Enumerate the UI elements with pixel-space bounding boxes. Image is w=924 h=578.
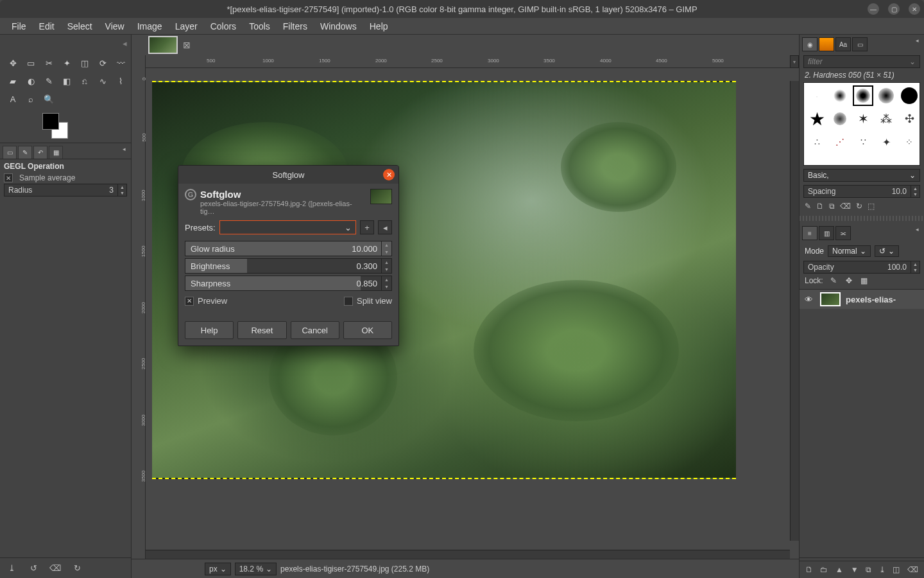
bucket-tool-icon[interactable]: ▰: [5, 73, 21, 89]
radius-spin-down[interactable]: ▼: [118, 190, 126, 196]
menu-image[interactable]: Image: [131, 19, 169, 34]
zoom-fit-icon[interactable]: ▾: [790, 55, 799, 68]
zoom-selector[interactable]: 18.2 %⌄: [235, 563, 277, 575]
fg-bg-swatch[interactable]: [42, 113, 68, 139]
lock-alpha-icon[interactable]: ▦: [859, 276, 869, 285]
glow-radius-down[interactable]: ▼: [382, 249, 391, 256]
duplicate-brush-icon[interactable]: ⧉: [829, 202, 835, 211]
text-tool-icon[interactable]: A: [5, 91, 21, 107]
fg-color-swatch[interactable]: [42, 113, 59, 130]
minimize-button[interactable]: —: [868, 3, 879, 15]
brush-grid[interactable]: · ★ ✶ ⁂ ✣ ∴ ⋰ ∵ ✦ ⁘: [803, 82, 920, 166]
refresh-brush-icon[interactable]: ↻: [856, 202, 862, 211]
preview-checkbox[interactable]: ✕: [185, 297, 194, 306]
lock-pixels-icon[interactable]: ✎: [828, 276, 839, 285]
spacing-input[interactable]: Spacing 10.0 ▲▼: [803, 185, 920, 198]
restore-tool-preset-icon[interactable]: ↺: [27, 563, 40, 573]
move-tool-icon[interactable]: ✥: [5, 55, 21, 71]
dock-divider[interactable]: [800, 216, 924, 221]
path-tool-icon[interactable]: ⌇: [113, 73, 128, 89]
maximize-button[interactable]: ▢: [888, 3, 900, 15]
new-layer-icon[interactable]: 🗋: [805, 565, 813, 574]
glow-radius-up[interactable]: ▲: [382, 241, 391, 249]
delete-layer-icon[interactable]: ⌫: [907, 565, 918, 574]
preset-add-button[interactable]: +: [360, 220, 374, 234]
brush-filter-input[interactable]: filter⌄: [803, 55, 920, 68]
layer-thumbnail[interactable]: [820, 292, 841, 306]
layer-row[interactable]: 👁 pexels-elias-: [800, 290, 924, 309]
history-tab[interactable]: ▭: [852, 37, 868, 51]
layer-visibility-icon[interactable]: 👁: [805, 295, 815, 304]
save-tool-preset-icon[interactable]: ⤓: [5, 563, 18, 573]
menu-filters[interactable]: Filters: [277, 19, 314, 34]
lock-position-icon[interactable]: ✥: [844, 276, 854, 285]
dock-tab-device[interactable]: ✎: [18, 146, 32, 159]
menu-select[interactable]: Select: [61, 19, 99, 34]
softglow-dialog[interactable]: Softglow ✕ G Softglow pexels-elias-tigis…: [178, 165, 399, 346]
reset-button[interactable]: Reset: [237, 321, 286, 339]
picker-tool-icon[interactable]: ⌕: [23, 91, 38, 107]
opacity-slider[interactable]: Opacity 100.0 ▲▼: [803, 261, 920, 274]
dock-menu-icon[interactable]: ◂: [119, 146, 128, 159]
menu-file[interactable]: File: [5, 19, 33, 34]
blend-mode-selector[interactable]: Normal⌄: [828, 245, 871, 257]
transform-tool-icon[interactable]: ⟳: [95, 55, 110, 71]
layer-list[interactable]: 👁 pexels-elias-: [800, 289, 924, 558]
menu-help[interactable]: Help: [363, 19, 395, 34]
presets-dropdown[interactable]: ⌄: [219, 220, 356, 234]
layer-up-icon[interactable]: ▲: [835, 565, 843, 574]
dialog-close-button[interactable]: ✕: [383, 169, 395, 180]
radius-input[interactable]: Radius 3 ▲▼: [4, 184, 127, 197]
menu-windows[interactable]: Windows: [314, 19, 363, 34]
zoom-tool-icon[interactable]: 🔍: [41, 91, 56, 107]
crop-tool-icon[interactable]: ◫: [77, 55, 92, 71]
edit-brush-icon[interactable]: ✎: [805, 202, 811, 211]
dock-menu-icon-layers[interactable]: ◂: [912, 226, 921, 240]
brightness-up[interactable]: ▲: [382, 259, 391, 266]
channels-tab[interactable]: ▥: [819, 226, 834, 240]
vertical-ruler[interactable]: 0500100015002000250030003500: [132, 55, 146, 559]
dock-tab-image[interactable]: ▦: [49, 146, 63, 159]
paths-tab[interactable]: ⫘: [835, 226, 851, 240]
eraser-tool-icon[interactable]: ◧: [59, 73, 74, 89]
sharpness-up[interactable]: ▲: [382, 276, 391, 283]
fuzzy-select-tool-icon[interactable]: ✦: [59, 55, 74, 71]
free-select-tool-icon[interactable]: ✂: [41, 55, 56, 71]
glow-radius-slider[interactable]: Glow radius 10.000 ▲▼: [185, 241, 392, 256]
layer-name[interactable]: pexels-elias-: [846, 295, 896, 304]
horizontal-scrollbar[interactable]: [146, 550, 790, 559]
patterns-tab[interactable]: [819, 37, 834, 51]
preset-menu-button[interactable]: ◂: [378, 220, 392, 234]
sharpness-slider[interactable]: Sharpness 0.850 ▲▼: [185, 276, 392, 291]
brightness-down[interactable]: ▼: [382, 266, 391, 273]
radius-spin-up[interactable]: ▲: [118, 184, 126, 190]
layers-tab[interactable]: ≡: [802, 226, 817, 240]
brushes-tab[interactable]: ◉: [802, 37, 817, 51]
brightness-slider[interactable]: Brightness 0.300 ▲▼: [185, 258, 392, 274]
horizontal-ruler[interactable]: ▾ 50010001500200025003000350040004500500…: [146, 55, 799, 68]
menu-view[interactable]: View: [99, 19, 131, 34]
dock-tab-tooloptions[interactable]: ▭: [3, 146, 17, 159]
help-button[interactable]: Help: [185, 321, 234, 339]
gradient-tool-icon[interactable]: ◐: [23, 73, 38, 89]
duplicate-layer-icon[interactable]: ⧉: [866, 565, 871, 574]
brush-preset-selector[interactable]: Basic,⌄: [803, 169, 920, 182]
split-view-checkbox[interactable]: [344, 297, 353, 306]
pencil-tool-icon[interactable]: ✎: [41, 73, 56, 89]
document-tab-close-icon[interactable]: ⊠: [182, 40, 192, 50]
menu-colors[interactable]: Colors: [204, 19, 243, 34]
dock-menu-icon-right[interactable]: ◂: [912, 37, 921, 51]
vertical-scrollbar[interactable]: [790, 81, 799, 541]
mode-reset-button[interactable]: ↺⌄: [875, 245, 899, 257]
new-brush-icon[interactable]: 🗋: [816, 202, 824, 211]
fonts-tab[interactable]: Aa: [835, 37, 851, 51]
dock-tab-undo[interactable]: ↶: [33, 146, 47, 159]
dialog-titlebar[interactable]: Softglow ✕: [178, 166, 398, 184]
clone-tool-icon[interactable]: ⎌: [77, 73, 92, 89]
menu-tools[interactable]: Tools: [243, 19, 277, 34]
document-tab[interactable]: [148, 36, 178, 54]
close-button[interactable]: ✕: [909, 3, 920, 15]
reset-tool-preset-icon[interactable]: ↻: [71, 563, 83, 573]
new-group-icon[interactable]: 🗀: [820, 565, 828, 574]
open-as-image-icon[interactable]: ⬚: [868, 202, 875, 211]
